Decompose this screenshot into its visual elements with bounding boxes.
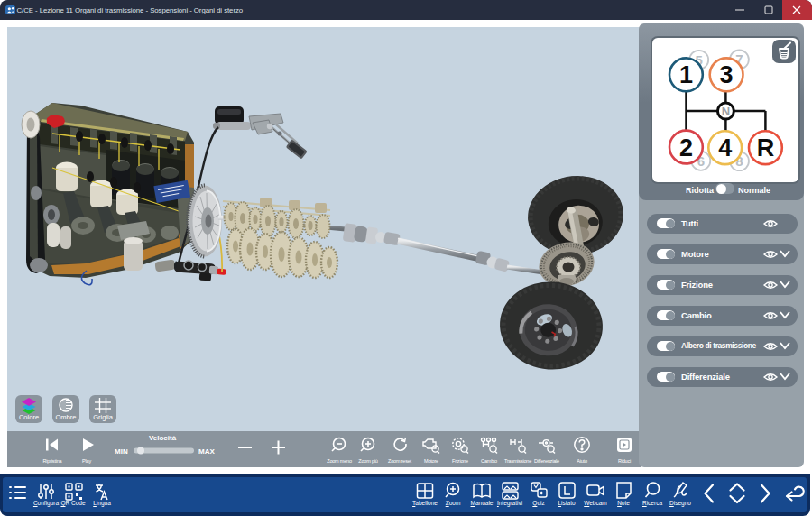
svg-text:MIN: MIN	[115, 447, 128, 456]
svg-text:R: R	[757, 134, 775, 161]
svg-text:3: 3	[720, 61, 734, 88]
svg-text:1: 1	[679, 61, 693, 88]
svg-text:2: 2	[679, 134, 693, 161]
svg-text:Velocità: Velocità	[149, 434, 177, 442]
svg-text:4: 4	[718, 134, 732, 161]
svg-text:N: N	[722, 105, 730, 118]
svg-text:MAX: MAX	[198, 447, 215, 456]
